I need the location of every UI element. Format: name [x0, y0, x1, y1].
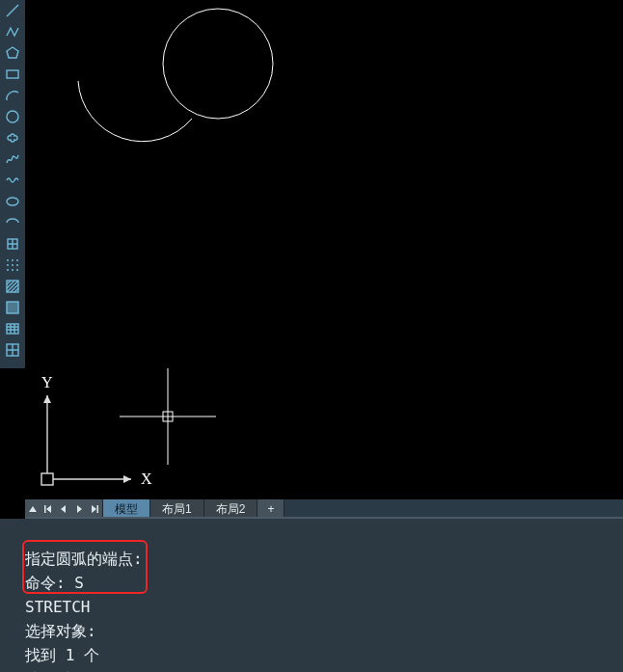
polygon-tool[interactable]	[4, 44, 21, 62]
tab-btn-next[interactable]	[71, 500, 87, 518]
draw-toolbar	[0, 0, 25, 368]
arc-tool[interactable]	[4, 87, 21, 104]
rectangle-tool[interactable]	[4, 66, 21, 83]
cmd-line-2: STRETCH	[25, 598, 90, 616]
tab-btn-prev[interactable]	[56, 500, 71, 518]
svg-point-19	[163, 9, 273, 119]
svg-point-11	[7, 269, 9, 271]
tab-layout1[interactable]: 布局1	[150, 499, 204, 519]
svg-rect-15	[7, 302, 18, 313]
tab-nav-group	[25, 499, 103, 519]
tab-btn-last[interactable]	[87, 500, 102, 518]
wave-tool[interactable]	[4, 172, 21, 189]
svg-point-12	[12, 269, 14, 271]
svg-marker-31	[61, 505, 66, 513]
ellipse-arc-tool[interactable]	[4, 214, 21, 231]
tab-layout2[interactable]: 布局2	[204, 499, 258, 519]
hatch-tool[interactable]	[4, 278, 21, 295]
grid-tool[interactable]	[4, 341, 21, 359]
cmd-line-3: 选择对象:	[25, 622, 96, 640]
drawing-canvas[interactable]: X Y	[25, 0, 623, 499]
svg-marker-25	[123, 475, 131, 483]
svg-point-7	[16, 259, 18, 261]
svg-rect-17	[7, 324, 18, 334]
svg-point-9	[12, 264, 14, 266]
command-line-panel[interactable]: 指定圆弧的端点: 命令: S STRETCH 选择对象: 找到 1 个 选择对象…	[0, 519, 623, 672]
polyline-tool[interactable]	[4, 23, 21, 40]
axis-y-label: Y	[41, 374, 53, 390]
cmd-line-4: 找到 1 个	[25, 646, 99, 664]
table-tool[interactable]	[4, 320, 21, 337]
svg-point-13	[16, 269, 18, 271]
svg-point-8	[7, 264, 9, 266]
svg-marker-30	[46, 505, 51, 513]
svg-point-3	[7, 198, 18, 205]
axis-x-label: X	[141, 470, 152, 487]
tab-model[interactable]: 模型	[103, 499, 150, 519]
revcloud-tool[interactable]	[4, 129, 21, 147]
tab-btn-up[interactable]	[25, 500, 41, 518]
svg-point-5	[7, 259, 9, 261]
spline-tool[interactable]	[4, 150, 21, 168]
svg-point-6	[12, 259, 14, 261]
block-tool[interactable]	[4, 235, 21, 253]
svg-marker-27	[43, 395, 51, 403]
svg-rect-1	[7, 70, 18, 78]
svg-rect-29	[44, 505, 46, 513]
cmd-line-0: 指定圆弧的端点:	[25, 550, 143, 568]
line-tool[interactable]	[4, 2, 21, 19]
tab-btn-first[interactable]	[41, 500, 56, 518]
svg-rect-34	[97, 505, 99, 513]
tab-add[interactable]: +	[257, 499, 284, 519]
svg-rect-23	[41, 473, 53, 485]
gradient-tool[interactable]	[4, 299, 21, 316]
svg-point-2	[7, 111, 18, 122]
cmd-line-1: 命令: S	[25, 574, 84, 592]
point-array-tool[interactable]	[4, 256, 21, 274]
svg-marker-28	[29, 506, 37, 512]
svg-marker-33	[92, 505, 96, 513]
svg-marker-0	[7, 47, 18, 58]
svg-point-10	[16, 264, 18, 266]
circle-tool[interactable]	[4, 108, 21, 125]
layout-tabstrip: 模型 布局1 布局2 +	[25, 499, 623, 519]
svg-marker-32	[77, 505, 82, 513]
ellipse-tool[interactable]	[4, 193, 21, 210]
